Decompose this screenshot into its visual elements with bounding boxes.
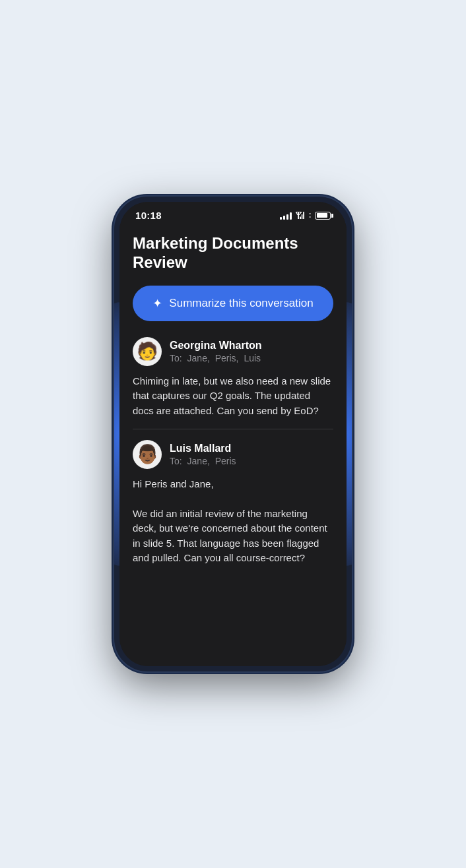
summarize-button-label: Summarize this conversation	[169, 297, 313, 310]
recipient-1: Jane,	[185, 353, 210, 363]
status-time: 10:18	[135, 210, 162, 221]
sender-name: Luis Mallard	[170, 443, 236, 454]
battery-icon	[315, 212, 331, 220]
message-body: Hi Peris and Jane, We did an initial rev…	[133, 477, 333, 566]
message-divider	[133, 429, 333, 429]
recipient-2: Peris,	[213, 353, 239, 363]
signal-icon	[280, 212, 292, 220]
to-label: To:	[170, 456, 182, 466]
summarize-button[interactable]: ✦ Summarize this conversation	[133, 286, 333, 321]
avatar: 🧑	[133, 337, 162, 366]
message-item: 👨🏾 Luis Mallard To: Jane, Peris Hi Peris…	[133, 440, 333, 566]
recipient-2: Peris	[213, 456, 236, 466]
avatar: 👨🏾	[133, 440, 162, 469]
message-body: Chiming in late, but we also need a new …	[133, 374, 333, 419]
page-title: Marketing Documents Review	[133, 234, 333, 272]
message-header: 🧑 Georgina Wharton To: Jane, Peris, Luis	[133, 337, 333, 366]
to-label: To:	[170, 353, 182, 363]
sender-info: Georgina Wharton To: Jane, Peris, Luis	[170, 340, 262, 363]
status-bar: 10:18 📶︎ ∶	[119, 202, 347, 224]
main-content: Marketing Documents Review ✦ Summarize t…	[119, 224, 347, 666]
sender-info: Luis Mallard To: Jane, Peris	[170, 443, 236, 466]
status-icons: 📶︎ ∶	[280, 210, 331, 221]
recipient-1: Jane,	[185, 456, 210, 466]
to-line: To: Jane, Peris	[170, 456, 236, 466]
wifi-icon: 📶︎	[296, 210, 305, 221]
sender-name: Georgina Wharton	[170, 340, 262, 352]
phone-screen: 10:18 📶︎ ∶ Marketing Documents Review	[119, 202, 347, 666]
message-header: 👨🏾 Luis Mallard To: Jane, Peris	[133, 440, 333, 469]
wifi-icon: ∶	[309, 210, 311, 220]
recipient-3: Luis	[242, 353, 261, 363]
phone-frame: 10:18 📶︎ ∶ Marketing Documents Review	[114, 197, 352, 671]
to-line: To: Jane, Peris, Luis	[170, 353, 262, 363]
message-item: 🧑 Georgina Wharton To: Jane, Peris, Luis…	[133, 337, 333, 419]
sparkle-icon: ✦	[152, 296, 162, 311]
